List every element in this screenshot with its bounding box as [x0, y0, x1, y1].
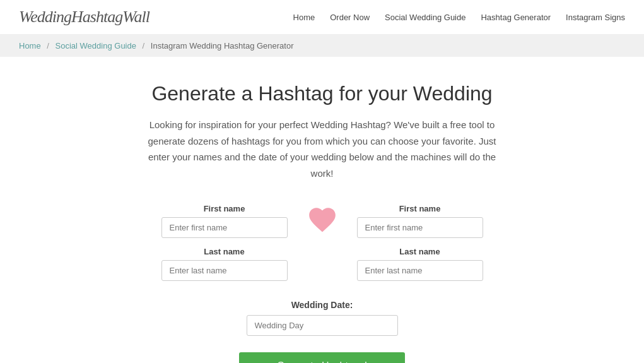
- breadcrumb-sep-1: /: [47, 41, 49, 51]
- hashtag-form: First name Last name First name Last nam…: [83, 204, 562, 363]
- heart-icon: [307, 204, 338, 235]
- breadcrumb-home[interactable]: Home: [19, 41, 41, 51]
- nav-item-generator[interactable]: Hashtag Generator: [481, 12, 551, 22]
- person1-first-name-input[interactable]: [161, 217, 288, 238]
- navbar: WeddingHashtagWall Home Order Now Social…: [0, 0, 644, 35]
- page-description: Looking for inspiration for your perfect…: [146, 117, 499, 181]
- brand-logo[interactable]: WeddingHashtagWall: [19, 8, 149, 27]
- person1-last-name-input[interactable]: [161, 260, 288, 281]
- nav-item-guide[interactable]: Social Wedding Guide: [385, 12, 465, 22]
- nav-item-order[interactable]: Order Now: [330, 12, 370, 22]
- breadcrumb: Home / Social Wedding Guide / Instagram …: [0, 35, 644, 57]
- person1-first-label: First name: [204, 204, 245, 213]
- wedding-date-section: Wedding Date:: [247, 300, 398, 336]
- names-row: First name Last name First name Last nam…: [83, 204, 562, 290]
- person2-fields: First name Last name: [351, 204, 489, 290]
- person1-last-label: Last name: [204, 247, 244, 256]
- person1-fields: First name Last name: [155, 204, 294, 290]
- nav-item-home[interactable]: Home: [293, 12, 315, 22]
- person2-last-label: Last name: [399, 247, 440, 256]
- breadcrumb-current: Instagram Wedding Hashtag Generator: [151, 41, 294, 51]
- main-content: Generate a Hashtag for your Wedding Look…: [70, 57, 575, 363]
- page-title: Generate a Hashtag for your Wedding: [83, 82, 562, 105]
- person2-last-name-input[interactable]: [357, 260, 483, 281]
- person2-first-name-input[interactable]: [357, 217, 483, 238]
- nav-links: Home Order Now Social Wedding Guide Hash…: [293, 12, 625, 22]
- generate-hashtags-button[interactable]: Generate Hashtags!: [239, 352, 405, 363]
- wedding-date-label: Wedding Date:: [291, 300, 353, 310]
- breadcrumb-sep-2: /: [143, 41, 145, 51]
- breadcrumb-guide[interactable]: Social Wedding Guide: [56, 41, 136, 51]
- heart-separator: [307, 204, 338, 254]
- person2-first-label: First name: [399, 204, 441, 213]
- wedding-date-input[interactable]: [247, 315, 398, 336]
- nav-item-instagram[interactable]: Instagram Signs: [566, 12, 625, 22]
